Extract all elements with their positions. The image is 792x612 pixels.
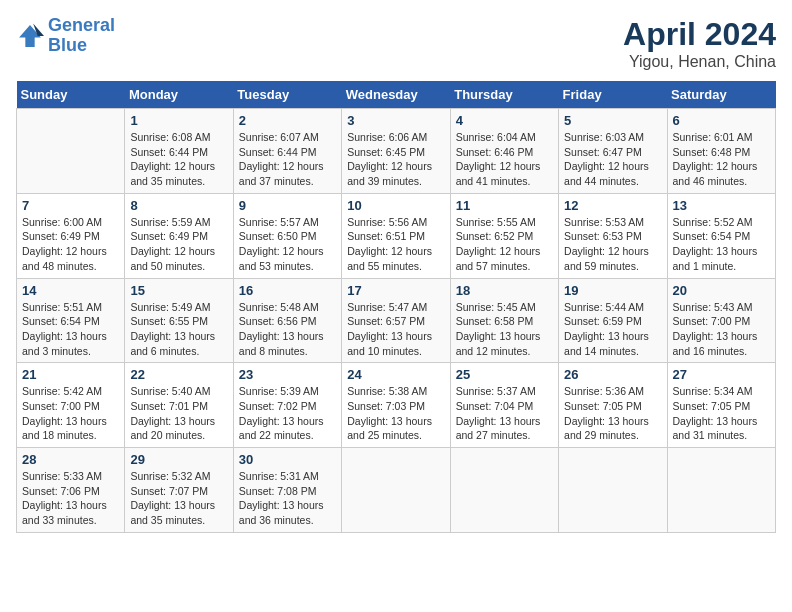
day-number: 21 xyxy=(22,367,119,382)
day-number: 10 xyxy=(347,198,444,213)
calendar-cell: 2Sunrise: 6:07 AM Sunset: 6:44 PM Daylig… xyxy=(233,109,341,194)
day-number: 22 xyxy=(130,367,227,382)
calendar-week-3: 14Sunrise: 5:51 AM Sunset: 6:54 PM Dayli… xyxy=(17,278,776,363)
day-number: 1 xyxy=(130,113,227,128)
calendar-cell xyxy=(559,448,667,533)
calendar-week-4: 21Sunrise: 5:42 AM Sunset: 7:00 PM Dayli… xyxy=(17,363,776,448)
day-number: 13 xyxy=(673,198,770,213)
day-info: Sunrise: 5:34 AM Sunset: 7:05 PM Dayligh… xyxy=(673,384,770,443)
calendar-cell: 15Sunrise: 5:49 AM Sunset: 6:55 PM Dayli… xyxy=(125,278,233,363)
header-day-tuesday: Tuesday xyxy=(233,81,341,109)
day-info: Sunrise: 5:39 AM Sunset: 7:02 PM Dayligh… xyxy=(239,384,336,443)
day-info: Sunrise: 5:44 AM Sunset: 6:59 PM Dayligh… xyxy=(564,300,661,359)
day-number: 29 xyxy=(130,452,227,467)
day-info: Sunrise: 6:01 AM Sunset: 6:48 PM Dayligh… xyxy=(673,130,770,189)
day-number: 26 xyxy=(564,367,661,382)
calendar-cell: 13Sunrise: 5:52 AM Sunset: 6:54 PM Dayli… xyxy=(667,193,775,278)
calendar-week-1: 1Sunrise: 6:08 AM Sunset: 6:44 PM Daylig… xyxy=(17,109,776,194)
day-number: 15 xyxy=(130,283,227,298)
day-info: Sunrise: 5:56 AM Sunset: 6:51 PM Dayligh… xyxy=(347,215,444,274)
day-number: 2 xyxy=(239,113,336,128)
logo: General Blue xyxy=(16,16,115,56)
day-number: 3 xyxy=(347,113,444,128)
calendar-cell xyxy=(667,448,775,533)
svg-marker-1 xyxy=(19,25,41,47)
calendar-cell: 18Sunrise: 5:45 AM Sunset: 6:58 PM Dayli… xyxy=(450,278,558,363)
main-title: April 2024 xyxy=(623,16,776,53)
day-number: 5 xyxy=(564,113,661,128)
logo-text: General Blue xyxy=(48,16,115,56)
day-info: Sunrise: 5:45 AM Sunset: 6:58 PM Dayligh… xyxy=(456,300,553,359)
calendar-cell: 12Sunrise: 5:53 AM Sunset: 6:53 PM Dayli… xyxy=(559,193,667,278)
day-info: Sunrise: 5:49 AM Sunset: 6:55 PM Dayligh… xyxy=(130,300,227,359)
day-info: Sunrise: 5:53 AM Sunset: 6:53 PM Dayligh… xyxy=(564,215,661,274)
header-day-thursday: Thursday xyxy=(450,81,558,109)
day-info: Sunrise: 5:43 AM Sunset: 7:00 PM Dayligh… xyxy=(673,300,770,359)
calendar-cell: 7Sunrise: 6:00 AM Sunset: 6:49 PM Daylig… xyxy=(17,193,125,278)
day-number: 18 xyxy=(456,283,553,298)
calendar-header-row: SundayMondayTuesdayWednesdayThursdayFrid… xyxy=(17,81,776,109)
calendar-cell: 6Sunrise: 6:01 AM Sunset: 6:48 PM Daylig… xyxy=(667,109,775,194)
day-info: Sunrise: 5:42 AM Sunset: 7:00 PM Dayligh… xyxy=(22,384,119,443)
calendar-week-2: 7Sunrise: 6:00 AM Sunset: 6:49 PM Daylig… xyxy=(17,193,776,278)
page-header: General Blue April 2024 Yigou, Henan, Ch… xyxy=(16,16,776,71)
calendar-cell xyxy=(342,448,450,533)
day-number: 14 xyxy=(22,283,119,298)
calendar-cell: 4Sunrise: 6:04 AM Sunset: 6:46 PM Daylig… xyxy=(450,109,558,194)
day-info: Sunrise: 5:55 AM Sunset: 6:52 PM Dayligh… xyxy=(456,215,553,274)
day-info: Sunrise: 6:03 AM Sunset: 6:47 PM Dayligh… xyxy=(564,130,661,189)
calendar-cell: 28Sunrise: 5:33 AM Sunset: 7:06 PM Dayli… xyxy=(17,448,125,533)
calendar-cell: 11Sunrise: 5:55 AM Sunset: 6:52 PM Dayli… xyxy=(450,193,558,278)
calendar-cell: 8Sunrise: 5:59 AM Sunset: 6:49 PM Daylig… xyxy=(125,193,233,278)
day-info: Sunrise: 5:33 AM Sunset: 7:06 PM Dayligh… xyxy=(22,469,119,528)
header-day-saturday: Saturday xyxy=(667,81,775,109)
calendar-cell: 14Sunrise: 5:51 AM Sunset: 6:54 PM Dayli… xyxy=(17,278,125,363)
day-info: Sunrise: 5:37 AM Sunset: 7:04 PM Dayligh… xyxy=(456,384,553,443)
day-number: 8 xyxy=(130,198,227,213)
calendar-cell: 19Sunrise: 5:44 AM Sunset: 6:59 PM Dayli… xyxy=(559,278,667,363)
logo-line2: Blue xyxy=(48,35,87,55)
header-day-friday: Friday xyxy=(559,81,667,109)
day-info: Sunrise: 5:59 AM Sunset: 6:49 PM Dayligh… xyxy=(130,215,227,274)
day-number: 30 xyxy=(239,452,336,467)
day-number: 16 xyxy=(239,283,336,298)
subtitle: Yigou, Henan, China xyxy=(623,53,776,71)
calendar-table: SundayMondayTuesdayWednesdayThursdayFrid… xyxy=(16,81,776,533)
header-day-sunday: Sunday xyxy=(17,81,125,109)
day-info: Sunrise: 6:04 AM Sunset: 6:46 PM Dayligh… xyxy=(456,130,553,189)
day-number: 4 xyxy=(456,113,553,128)
calendar-cell: 22Sunrise: 5:40 AM Sunset: 7:01 PM Dayli… xyxy=(125,363,233,448)
day-info: Sunrise: 5:52 AM Sunset: 6:54 PM Dayligh… xyxy=(673,215,770,274)
logo-line1: General xyxy=(48,15,115,35)
day-info: Sunrise: 5:32 AM Sunset: 7:07 PM Dayligh… xyxy=(130,469,227,528)
day-number: 6 xyxy=(673,113,770,128)
day-number: 23 xyxy=(239,367,336,382)
calendar-cell: 24Sunrise: 5:38 AM Sunset: 7:03 PM Dayli… xyxy=(342,363,450,448)
calendar-cell: 21Sunrise: 5:42 AM Sunset: 7:00 PM Dayli… xyxy=(17,363,125,448)
day-info: Sunrise: 5:47 AM Sunset: 6:57 PM Dayligh… xyxy=(347,300,444,359)
calendar-cell: 9Sunrise: 5:57 AM Sunset: 6:50 PM Daylig… xyxy=(233,193,341,278)
calendar-cell: 25Sunrise: 5:37 AM Sunset: 7:04 PM Dayli… xyxy=(450,363,558,448)
day-number: 11 xyxy=(456,198,553,213)
header-day-monday: Monday xyxy=(125,81,233,109)
calendar-cell: 29Sunrise: 5:32 AM Sunset: 7:07 PM Dayli… xyxy=(125,448,233,533)
day-info: Sunrise: 5:38 AM Sunset: 7:03 PM Dayligh… xyxy=(347,384,444,443)
day-info: Sunrise: 5:40 AM Sunset: 7:01 PM Dayligh… xyxy=(130,384,227,443)
title-block: April 2024 Yigou, Henan, China xyxy=(623,16,776,71)
calendar-cell: 27Sunrise: 5:34 AM Sunset: 7:05 PM Dayli… xyxy=(667,363,775,448)
day-info: Sunrise: 5:36 AM Sunset: 7:05 PM Dayligh… xyxy=(564,384,661,443)
calendar-cell: 20Sunrise: 5:43 AM Sunset: 7:00 PM Dayli… xyxy=(667,278,775,363)
calendar-cell: 23Sunrise: 5:39 AM Sunset: 7:02 PM Dayli… xyxy=(233,363,341,448)
day-info: Sunrise: 6:08 AM Sunset: 6:44 PM Dayligh… xyxy=(130,130,227,189)
day-info: Sunrise: 5:57 AM Sunset: 6:50 PM Dayligh… xyxy=(239,215,336,274)
calendar-cell xyxy=(17,109,125,194)
day-info: Sunrise: 5:31 AM Sunset: 7:08 PM Dayligh… xyxy=(239,469,336,528)
calendar-cell: 5Sunrise: 6:03 AM Sunset: 6:47 PM Daylig… xyxy=(559,109,667,194)
day-number: 20 xyxy=(673,283,770,298)
calendar-cell: 16Sunrise: 5:48 AM Sunset: 6:56 PM Dayli… xyxy=(233,278,341,363)
calendar-week-5: 28Sunrise: 5:33 AM Sunset: 7:06 PM Dayli… xyxy=(17,448,776,533)
day-info: Sunrise: 6:00 AM Sunset: 6:49 PM Dayligh… xyxy=(22,215,119,274)
calendar-cell: 1Sunrise: 6:08 AM Sunset: 6:44 PM Daylig… xyxy=(125,109,233,194)
day-number: 17 xyxy=(347,283,444,298)
day-number: 9 xyxy=(239,198,336,213)
